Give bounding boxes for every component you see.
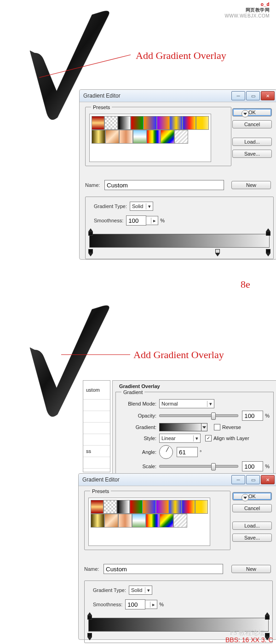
preset-swatch[interactable] [156, 500, 169, 514]
cancel-button[interactable]: Cancel [232, 504, 272, 512]
name-input[interactable] [104, 180, 224, 190]
list-item[interactable] [83, 411, 110, 423]
percent-label: % [265, 413, 270, 418]
window-title: Gradient Editor [82, 476, 120, 483]
preset-swatch[interactable] [91, 500, 104, 514]
save-button[interactable]: Save... [232, 534, 272, 542]
preset-swatch[interactable] [144, 116, 156, 130]
smoothness-stepper[interactable]: ▸ [146, 216, 158, 225]
preset-swatch[interactable] [170, 116, 183, 130]
titlebar-1[interactable]: Gradient Editor ─ ▭ ✕ [80, 90, 276, 102]
style-label: Style: [120, 435, 159, 441]
color-stop-left[interactable] [87, 633, 92, 638]
preset-swatch[interactable] [146, 514, 160, 528]
ok-button[interactable]: OK [232, 108, 272, 116]
styles-list-fragment: ustom ss [83, 380, 110, 472]
preset-swatch[interactable] [104, 500, 116, 514]
preset-swatch[interactable] [143, 500, 155, 514]
titlebar-2[interactable]: Gradient Editor ─ ▭ ✕ [79, 474, 276, 486]
opacity-slider[interactable] [159, 414, 238, 417]
presets-menu-icon[interactable] [242, 494, 249, 501]
presets-grid[interactable] [88, 498, 210, 546]
align-checkbox[interactable]: ✓ [205, 435, 212, 441]
new-button[interactable]: New [231, 181, 271, 189]
style-select[interactable]: Linear ▾ [159, 434, 201, 443]
preset-swatch[interactable] [92, 116, 104, 130]
list-item[interactable]: ss [83, 446, 110, 457]
preset-swatch[interactable] [91, 514, 104, 528]
name-input[interactable] [104, 564, 223, 574]
smoothness-input[interactable] [125, 599, 145, 609]
reverse-checkbox[interactable] [214, 424, 220, 430]
percent-label: % [265, 464, 270, 469]
preset-swatch[interactable] [160, 514, 173, 528]
minimize-icon[interactable]: ─ [231, 91, 245, 100]
angle-input[interactable] [177, 447, 198, 457]
preset-swatch[interactable] [105, 130, 119, 144]
list-item[interactable] [83, 423, 110, 434]
preset-swatch[interactable] [174, 130, 188, 144]
close-icon[interactable]: ✕ [261, 475, 275, 484]
preset-swatch[interactable] [195, 500, 208, 514]
list-item[interactable] [83, 434, 110, 446]
list-item[interactable]: ustom [83, 381, 110, 400]
list-item[interactable] [83, 400, 110, 411]
cancel-button[interactable]: Cancel [232, 120, 272, 128]
gradient-type-label: Gradient Type: [94, 203, 127, 209]
angle-wheel[interactable] [159, 445, 173, 459]
preset-swatch[interactable] [169, 500, 182, 514]
preset-swatch[interactable] [173, 514, 187, 528]
gradient-type-value: Solid [131, 587, 142, 593]
opacity-input[interactable] [242, 411, 263, 421]
blend-mode-select[interactable]: Normal ▾ [159, 399, 214, 408]
preset-swatch[interactable] [133, 130, 147, 144]
gradient-preview[interactable] [159, 423, 201, 431]
preset-swatch[interactable] [132, 514, 146, 528]
preset-swatch[interactable] [118, 514, 132, 528]
save-button[interactable]: Save... [232, 150, 272, 158]
gradient-type-select[interactable]: Solid ▾ [130, 202, 153, 211]
preset-swatch[interactable] [182, 500, 195, 514]
new-button[interactable]: New [231, 565, 271, 573]
preset-swatch[interactable] [183, 116, 196, 130]
preset-swatch[interactable] [161, 130, 174, 144]
load-button[interactable]: Load... [232, 522, 272, 530]
preset-swatch[interactable] [196, 116, 209, 130]
opacity-stop-right[interactable] [266, 228, 270, 234]
opacity-stop-right[interactable] [265, 612, 270, 618]
smoothness-stepper[interactable]: ▸ [145, 600, 157, 609]
preset-swatch[interactable] [104, 116, 117, 130]
maximize-icon[interactable]: ▭ [246, 91, 260, 100]
gradient-overlay-panel: Gradient Overlay Gradient Blend Mode: No… [112, 380, 276, 478]
scale-slider[interactable] [159, 465, 238, 468]
load-button[interactable]: Load... [232, 138, 272, 146]
presets-grid[interactable] [89, 114, 211, 162]
preset-swatch[interactable] [157, 116, 170, 130]
list-item[interactable] [83, 457, 110, 469]
presets-menu-icon[interactable] [242, 110, 249, 117]
preset-swatch[interactable] [131, 116, 144, 130]
scale-input[interactable] [242, 461, 263, 471]
opacity-label: Opacity: [120, 413, 159, 418]
close-icon[interactable]: ✕ [261, 91, 275, 100]
preset-swatch[interactable] [92, 130, 105, 144]
preset-swatch[interactable] [118, 116, 131, 130]
minimize-icon[interactable]: ─ [231, 475, 245, 484]
color-stop-left[interactable] [88, 249, 93, 255]
gradient-type-select[interactable]: Solid ▾ [129, 586, 152, 595]
gradient-bar[interactable] [89, 234, 270, 248]
color-stop-mid[interactable] [215, 249, 220, 255]
preset-swatch[interactable] [147, 130, 161, 144]
preset-swatch[interactable] [119, 130, 133, 144]
preset-swatch[interactable] [117, 500, 130, 514]
maximize-icon[interactable]: ▭ [246, 475, 260, 484]
smoothness-input[interactable] [126, 215, 146, 226]
preset-swatch[interactable] [130, 500, 143, 514]
window-title: Gradient Editor [83, 93, 121, 99]
gradient-dropdown-icon[interactable] [201, 423, 207, 431]
preset-swatch[interactable] [104, 514, 118, 528]
opacity-stop-left[interactable] [88, 228, 93, 234]
color-stop-right[interactable] [266, 249, 270, 255]
opacity-stop-left[interactable] [87, 612, 92, 618]
ok-button[interactable]: OK [232, 492, 272, 500]
